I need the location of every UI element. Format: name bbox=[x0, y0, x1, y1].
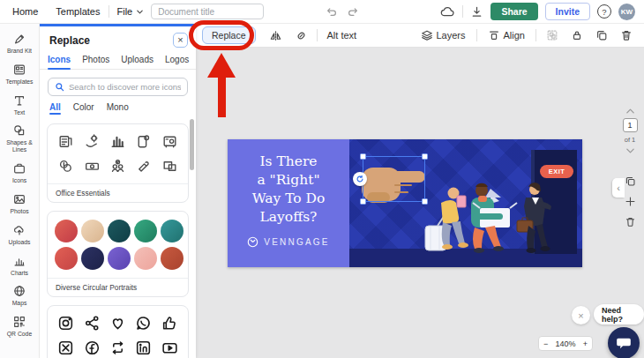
duplicate-page-icon bbox=[625, 175, 636, 187]
annotation-arrow bbox=[207, 53, 236, 78]
portrait-3[interactable] bbox=[108, 220, 131, 242]
icon-search[interactable] bbox=[48, 78, 188, 96]
icon-linkedin[interactable] bbox=[132, 339, 154, 357]
sidebar-item-photos[interactable]: Photos bbox=[0, 192, 40, 215]
icon-thumbs-up[interactable] bbox=[159, 314, 181, 332]
design-canvas-page[interactable]: Is There a "Right" Way To Do Layoffs? VE… bbox=[228, 139, 582, 267]
icon-banknote[interactable] bbox=[80, 157, 102, 175]
cloud-sync-icon[interactable] bbox=[440, 5, 455, 18]
page-number[interactable]: 1 bbox=[623, 118, 638, 132]
filter-all[interactable]: All bbox=[49, 102, 61, 115]
zoom-in-button[interactable]: + bbox=[583, 339, 588, 348]
icon-overlap-frames[interactable] bbox=[159, 157, 181, 175]
resize-handle-top-right[interactable] bbox=[422, 153, 428, 160]
portrait-9[interactable] bbox=[134, 247, 157, 270]
invite-button[interactable]: Invite bbox=[545, 3, 590, 20]
tab-uploads[interactable]: Uploads bbox=[121, 52, 154, 69]
replace-button[interactable]: Replace bbox=[202, 26, 256, 44]
rotate-handle[interactable] bbox=[353, 172, 367, 186]
document-title-input[interactable] bbox=[151, 4, 264, 19]
search-input[interactable] bbox=[69, 82, 181, 92]
help-button[interactable]: ? bbox=[597, 4, 611, 19]
duplicate-page-button[interactable] bbox=[625, 175, 636, 187]
icon-whatsapp[interactable] bbox=[132, 314, 154, 332]
icon-team-check[interactable] bbox=[107, 157, 129, 175]
sidebar-item-shapes-lines[interactable]: Shapes & Lines bbox=[0, 123, 40, 153]
flip-button[interactable] bbox=[263, 29, 288, 42]
share-button[interactable]: Share bbox=[490, 3, 537, 20]
sidebar-item-templates[interactable]: Templates bbox=[0, 63, 40, 86]
file-menu[interactable]: File bbox=[109, 6, 151, 17]
delete-button[interactable] bbox=[614, 29, 639, 41]
icon-repost[interactable] bbox=[107, 339, 129, 357]
undo-icon[interactable] bbox=[326, 5, 338, 18]
shapes-icon bbox=[12, 123, 26, 138]
sidebar-item-uploads[interactable]: Uploads bbox=[0, 223, 40, 246]
sidebar-item-icons[interactable]: Icons bbox=[0, 161, 40, 184]
layers-label: Layers bbox=[437, 30, 466, 41]
tab-icons[interactable]: Icons bbox=[48, 52, 71, 69]
portrait-6[interactable] bbox=[55, 247, 78, 270]
portrait-8[interactable] bbox=[108, 247, 131, 270]
sidebar-item-charts[interactable]: Charts bbox=[0, 254, 40, 277]
add-page-button[interactable] bbox=[625, 196, 636, 207]
portrait-2[interactable] bbox=[81, 220, 104, 242]
zoom-out-button[interactable]: − bbox=[543, 339, 548, 348]
icon-hand-gear[interactable] bbox=[80, 132, 102, 151]
banner-title-block[interactable]: Is There a "Right" Way To Do Layoffs? VE… bbox=[228, 139, 349, 267]
collapse-panel-handle[interactable]: ‹ bbox=[612, 178, 625, 198]
icon-coins[interactable] bbox=[55, 157, 77, 175]
align-button[interactable]: Align bbox=[481, 29, 532, 41]
icon-safe[interactable] bbox=[159, 132, 181, 151]
tab-logos[interactable]: Logos bbox=[165, 52, 189, 69]
panel-scrollbar[interactable] bbox=[190, 119, 194, 170]
layers-button[interactable]: Layers bbox=[414, 29, 473, 41]
chat-widget-button[interactable] bbox=[608, 327, 640, 358]
zoom-level[interactable]: 140% bbox=[555, 339, 575, 348]
link-button[interactable] bbox=[288, 29, 314, 42]
icon-document-gear[interactable] bbox=[132, 132, 154, 151]
lock-button[interactable] bbox=[565, 29, 589, 41]
tab-photos[interactable]: Photos bbox=[82, 52, 109, 69]
icon-share[interactable] bbox=[80, 314, 102, 332]
sidebar-label: Brand Kit bbox=[7, 48, 32, 55]
icon-calculator[interactable] bbox=[55, 132, 77, 151]
icon-stamp[interactable] bbox=[132, 157, 154, 175]
icon-bar-graph[interactable] bbox=[107, 132, 129, 151]
icon-heart[interactable] bbox=[107, 314, 129, 332]
zoom-control: − 140% + bbox=[538, 336, 593, 351]
icon-instagram[interactable] bbox=[55, 314, 77, 332]
page-down-button[interactable] bbox=[625, 147, 635, 154]
icon-pack-label: Office Essentials bbox=[48, 183, 188, 202]
templates-link[interactable]: Templates bbox=[47, 6, 109, 17]
sidebar-item-maps[interactable]: Maps bbox=[0, 284, 40, 307]
avatar[interactable]: KW bbox=[618, 4, 635, 20]
resize-handle-bottom-right[interactable] bbox=[422, 198, 428, 205]
home-link[interactable]: Home bbox=[4, 6, 47, 17]
need-help-bubble[interactable]: Need help? bbox=[594, 304, 644, 324]
icon-x-twitter[interactable] bbox=[55, 339, 77, 357]
filter-mono[interactable]: Mono bbox=[107, 102, 129, 115]
panel-close-button[interactable]: × bbox=[173, 33, 188, 48]
page-up-button[interactable] bbox=[625, 108, 635, 115]
sidebar-item-brand-kit[interactable]: Brand Kit bbox=[0, 32, 40, 55]
download-icon[interactable] bbox=[470, 5, 483, 19]
resize-handle-bottom-left[interactable] bbox=[360, 198, 366, 205]
portrait-10[interactable] bbox=[161, 247, 183, 270]
filter-color[interactable]: Color bbox=[73, 102, 94, 115]
delete-page-button[interactable] bbox=[625, 216, 636, 227]
portrait-5[interactable] bbox=[161, 220, 183, 242]
portrait-7[interactable] bbox=[81, 247, 104, 270]
sidebar-item-qr-code[interactable]: QR Code bbox=[0, 315, 40, 338]
redo-icon[interactable] bbox=[347, 5, 359, 18]
help-dismiss-button[interactable]: × bbox=[572, 306, 590, 324]
sidebar-item-text[interactable]: Text bbox=[0, 93, 40, 116]
duplicate-button[interactable] bbox=[589, 29, 614, 41]
portrait-4[interactable] bbox=[134, 220, 157, 242]
exit-sign[interactable]: EXIT bbox=[540, 165, 573, 178]
icon-youtube[interactable] bbox=[159, 339, 181, 357]
alt-text-button[interactable]: Alt text bbox=[320, 30, 364, 41]
icon-facebook[interactable] bbox=[80, 339, 102, 357]
resize-handle-top-left[interactable] bbox=[360, 153, 366, 160]
portrait-1[interactable] bbox=[55, 220, 78, 242]
